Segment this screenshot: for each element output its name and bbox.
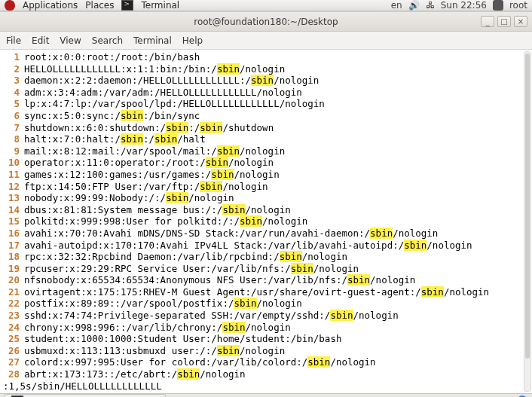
window-titlebar[interactable]: root@foundation180:~/Desktop _ □ × [0, 12, 532, 32]
search-highlight: sbin [121, 133, 143, 145]
line-text: :/ [188, 122, 200, 133]
maximize-button[interactable]: □ [497, 16, 511, 27]
user-menu[interactable]: root [509, 0, 527, 11]
terminal-window: root@foundation180:~/Desktop _ □ × File … [0, 11, 532, 393]
file-line: 15polkitd:x:999:998:User for polkitd:/:/… [3, 215, 529, 228]
line-text: /nologin [240, 145, 285, 157]
search-highlight: sbin [404, 240, 427, 251]
menu-search[interactable]: Search [92, 35, 123, 46]
close-button[interactable]: × [514, 16, 527, 27]
line-text: /nologin [370, 274, 415, 286]
line-number: 21 [3, 286, 20, 298]
line-text: /nologin [246, 322, 291, 333]
search-highlight: sbin [211, 169, 234, 180]
search-highlight: sbin [222, 204, 245, 215]
gnome-bottom-panel: root@foundation180:~/Desktop 1 / 4 i [0, 393, 532, 397]
line-number: 28 [3, 368, 20, 380]
vim-command-line[interactable]: :1,5s/sbin/HELLOLLLLLLLLLLLL [3, 380, 529, 392]
menu-terminal[interactable]: Terminal [133, 35, 172, 46]
line-text: /nologin [330, 356, 375, 368]
line-number: 5 [3, 98, 20, 110]
line-text: avahi:x:70:70:Avahi mDNS/DNS-SD Stack:/v… [24, 228, 370, 239]
file-line: 26usbmuxd:x:113:113:usbmuxd user:/:/sbin… [3, 345, 529, 357]
keyboard-layout-indicator[interactable]: en [391, 0, 402, 11]
line-number: 1 [3, 51, 20, 63]
line-text: root:x:0:0:root:/root:/bin/bash [24, 51, 200, 63]
search-highlight: sbin [217, 345, 240, 356]
line-text: shutdown:x:6:0:shutdown:/ [24, 122, 166, 133]
line-text: :/bin/sync [143, 110, 200, 121]
file-line: 19rpcuser:x:29:29:RPC Service User:/var/… [3, 263, 529, 275]
terminal-viewport[interactable]: 1root:x:0:0:root:/root:/bin/bash2HELLOLL… [0, 50, 532, 393]
line-number: 18 [3, 251, 20, 263]
line-text: /nologin [353, 310, 399, 321]
line-text: /nologin [313, 263, 359, 274]
terminal-launcher[interactable]: Terminal [141, 0, 179, 11]
line-number: 25 [3, 333, 20, 345]
file-line: 3daemon:x:2:2:daemon:/HELLOLLLLLLLLLLLL:… [3, 75, 529, 87]
menu-edit[interactable]: Edit [32, 35, 49, 46]
line-text: /nologin [444, 286, 489, 298]
line-text: sync:x:5:0:sync:/ [24, 110, 121, 121]
search-highlight: sbin [291, 263, 313, 274]
terminal-icon [121, 0, 133, 11]
line-text: nobody:x:99:99:Nobody:/:/ [24, 192, 166, 203]
network-icon[interactable]: 🖧 [426, 0, 435, 11]
scrollbar[interactable] [524, 51, 531, 392]
minimize-button[interactable]: _ [481, 16, 494, 27]
line-number: 19 [3, 263, 20, 275]
line-number: 12 [3, 181, 20, 193]
line-text: rpc:x:32:32:Rpcbind Daemon:/var/lib/rpcb… [24, 251, 280, 262]
file-line: 5lp:x:4:7:lp:/var/spool/lpd:/HELLOLLLLLL… [3, 98, 529, 110]
line-number: 3 [3, 75, 20, 87]
search-highlight: sbin [154, 133, 177, 145]
menu-file[interactable]: File [6, 35, 21, 46]
line-text: student:x:1000:1000:Student User:/home/s… [24, 333, 341, 344]
clock[interactable]: Sun 22:56 [441, 0, 487, 11]
line-text: /nologin [240, 63, 285, 75]
search-highlight: sbin [330, 310, 353, 321]
gnome-top-panel: Applications Places Terminal en 🔊 🖧 Sun … [0, 0, 532, 11]
places-menu[interactable]: Places [85, 0, 114, 11]
menu-help[interactable]: Help [182, 35, 203, 46]
line-number: 11 [3, 169, 20, 181]
line-number: 9 [3, 145, 20, 157]
line-text: colord:x:997:995:User for colord:/var/li… [24, 356, 307, 368]
line-number: 8 [3, 133, 20, 145]
line-text: /nologin [188, 192, 234, 203]
menu-view[interactable]: View [60, 35, 81, 46]
user-avatar-icon [493, 0, 503, 11]
search-highlight: sbin [240, 215, 262, 227]
line-text: rpcuser:x:29:29:RPC Service User:/var/li… [24, 263, 291, 274]
search-highlight: sbin [370, 228, 393, 239]
line-text: chrony:x:998:996::/var/lib/chrony:/ [24, 322, 222, 333]
applications-menu[interactable]: Applications [23, 0, 78, 11]
line-number: 26 [3, 345, 20, 357]
line-number: 22 [3, 298, 20, 310]
volume-icon[interactable]: 🔊 [408, 0, 420, 11]
search-highlight: sbin [347, 274, 370, 286]
search-highlight: sbin [280, 251, 302, 262]
line-text: /nologin [222, 181, 268, 192]
line-text: games:x:12:100:games:/usr/games:/ [24, 169, 211, 180]
file-line: 12ftp:x:14:50:FTP User:/var/ftp:/sbin/no… [3, 181, 529, 193]
line-number: 24 [3, 322, 20, 334]
taskbar-entry-terminal[interactable]: root@foundation180:~/Desktop [5, 394, 166, 397]
line-text: /nologin [234, 169, 279, 180]
line-text: /nologin [240, 345, 285, 356]
search-highlight: sbin [421, 286, 444, 298]
line-text: ftp:x:14:50:FTP User:/var/ftp:/ [24, 181, 200, 192]
file-line: 14dbus:x:81:81:System message bus:/:/sbi… [3, 204, 529, 216]
line-number: 27 [3, 356, 20, 368]
line-text: /nologin [274, 75, 319, 86]
line-text: sshd:x:74:74:Privilege-separated SSH:/va… [24, 310, 330, 321]
search-highlight: sbin [234, 298, 256, 309]
line-number: 10 [3, 157, 20, 169]
line-number: 13 [3, 192, 20, 204]
file-line: 25student:x:1000:1000:Student User:/home… [3, 333, 529, 345]
line-number: 7 [3, 122, 20, 134]
file-line: 2HELLOLLLLLLLLLLLL:x:1:1:bin:/bin:/sbin/… [3, 63, 529, 75]
line-text: dbus:x:81:81:System message bus:/:/ [24, 204, 222, 215]
line-text: /nologin [427, 240, 472, 251]
scrollbar-thumb[interactable] [525, 53, 530, 359]
